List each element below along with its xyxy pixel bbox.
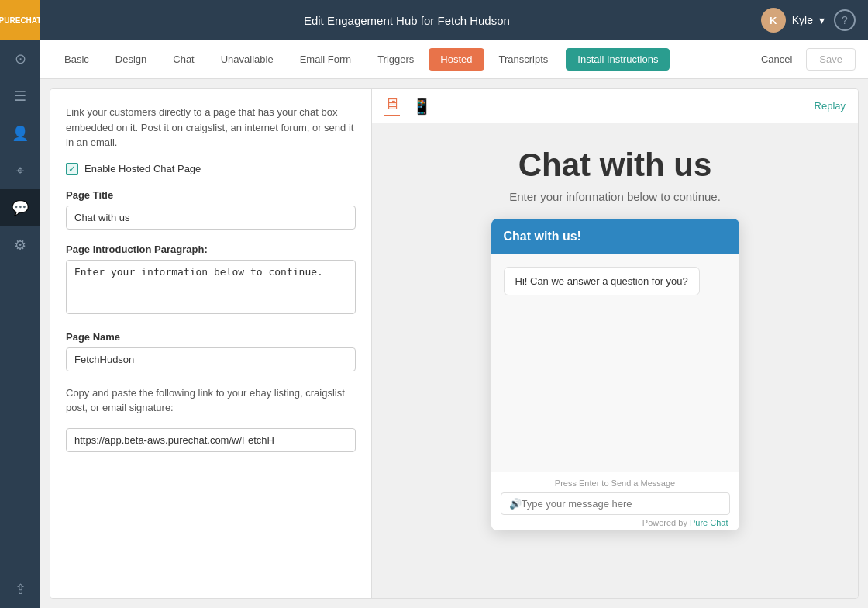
chat-widget-header: Chat with us!: [491, 219, 739, 254]
chat-input-row: 🔊: [501, 492, 730, 515]
chat-widget: Chat with us! Hi! Can we answer a questi…: [491, 219, 739, 530]
powered-by: Powered by Pure Chat: [501, 518, 730, 527]
cancel-button[interactable]: Cancel: [750, 49, 803, 70]
enable-hosted-row[interactable]: ✓ Enable Hosted Chat Page: [66, 163, 356, 175]
logo-text-line1: PURE: [0, 16, 20, 25]
top-bar: Edit Engagement Hub for Fetch Hudson K K…: [40, 0, 868, 40]
chat-widget-footer: Press Enter to Send a Message 🔊 Powered …: [491, 472, 739, 530]
sidebar-item-chat[interactable]: 💬: [0, 189, 40, 226]
page-title-group: Page Title: [66, 189, 356, 230]
tablet-icon[interactable]: 📱: [412, 97, 432, 116]
help-button[interactable]: ?: [834, 9, 856, 31]
main-area: Edit Engagement Hub for Fetch Hudson K K…: [40, 0, 868, 608]
tab-transcripts[interactable]: Transcripts: [487, 48, 560, 71]
chat-bubble: Hi! Can we answer a question for you?: [504, 267, 700, 295]
sidebar-item-conversations[interactable]: ☰: [0, 78, 40, 115]
tab-design[interactable]: Design: [104, 48, 158, 71]
page-title-input[interactable]: [66, 206, 356, 230]
link-note: Copy and paste the following link to you…: [66, 385, 356, 416]
pure-chat-link[interactable]: Pure Chat: [690, 518, 728, 527]
tab-basic[interactable]: Basic: [53, 48, 101, 71]
sidebar-item-settings[interactable]: ⚙: [0, 226, 40, 264]
enable-hosted-checkbox[interactable]: ✓: [66, 163, 78, 175]
content-area: Link your customers directly to a page t…: [50, 88, 859, 599]
tab-unavailable[interactable]: Unavailable: [209, 48, 285, 71]
preview-topbar: 🖥 📱 Replay: [372, 89, 858, 123]
description-text: Link your customers directly to a page t…: [66, 105, 356, 150]
preview-heading: Chat with us: [518, 147, 712, 184]
tab-email-form[interactable]: Email Form: [288, 48, 363, 71]
page-name-input[interactable]: [66, 347, 356, 371]
sidebar: PURE CHAT ⊙ ☰ 👤 ⌖ 💬 ⚙ ⇪: [0, 0, 40, 608]
sidebar-item-dashboard[interactable]: ⊙: [0, 40, 40, 78]
tab-chat[interactable]: Chat: [161, 48, 205, 71]
chevron-down-icon: ▾: [819, 14, 825, 26]
install-instructions-button[interactable]: Install Instructions: [566, 48, 670, 71]
sidebar-item-share[interactable]: ⇪: [0, 571, 40, 608]
save-button[interactable]: Save: [806, 48, 856, 71]
page-title-label: Page Title: [66, 189, 356, 201]
sound-icon: 🔊: [509, 498, 522, 510]
desktop-icon[interactable]: 🖥: [384, 95, 400, 116]
page-link-input[interactable]: [66, 428, 356, 452]
page-intro-group: Page Introduction Paragraph: Enter your …: [66, 244, 356, 317]
sidebar-item-analytics[interactable]: ⌖: [0, 152, 40, 189]
avatar: K: [761, 8, 786, 33]
page-name-label: Page Name: [66, 331, 356, 343]
page-intro-input[interactable]: Enter your information below to continue…: [66, 260, 356, 314]
page-intro-label: Page Introduction Paragraph:: [66, 244, 356, 255]
sidebar-item-contacts[interactable]: 👤: [0, 115, 40, 152]
preview-content: Chat with us Enter your information belo…: [372, 123, 858, 598]
tab-hosted[interactable]: Hosted: [429, 48, 484, 71]
page-name-group: Page Name: [66, 331, 356, 371]
preview-subheading: Enter your information below to continue…: [509, 190, 721, 203]
sidebar-logo[interactable]: PURE CHAT: [0, 0, 40, 40]
right-panel: 🖥 📱 Replay Chat with us Enter your infor…: [372, 89, 858, 598]
user-name: Kyle: [792, 14, 813, 26]
chat-hint: Press Enter to Send a Message: [501, 478, 730, 488]
tab-triggers[interactable]: Triggers: [366, 48, 425, 71]
logo-text-line2: CHAT: [20, 16, 41, 25]
chat-widget-body: Hi! Can we answer a question for you?: [491, 254, 739, 472]
enable-hosted-label: Enable Hosted Chat Page: [84, 163, 201, 174]
left-panel: Link your customers directly to a page t…: [50, 89, 372, 598]
user-menu[interactable]: K Kyle ▾: [761, 8, 825, 33]
page-title: Edit Engagement Hub for Fetch Hudson: [53, 14, 761, 27]
replay-button[interactable]: Replay: [815, 100, 846, 112]
chat-message-input[interactable]: [522, 498, 722, 510]
tab-bar: Basic Design Chat Unavailable Email Form…: [40, 40, 868, 79]
